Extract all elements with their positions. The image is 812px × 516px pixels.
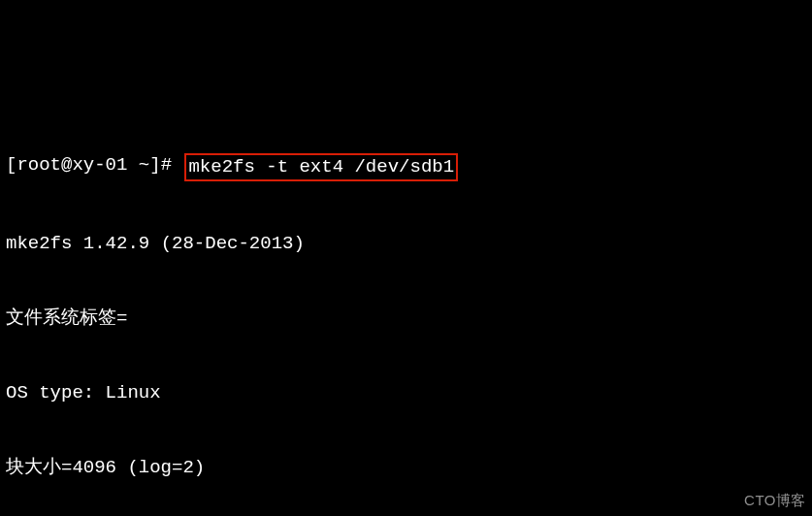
output-line: 文件系统标签=	[6, 306, 806, 332]
watermark-text: CTO博客	[744, 491, 806, 510]
entered-command[interactable]: mke2fs -t ext4 /dev/sdb1	[184, 153, 458, 182]
terminal-output: [root@xy-01 ~]# mke2fs -t ext4 /dev/sdb1…	[6, 104, 806, 516]
output-line: 块大小=4096 (log=2)	[6, 456, 806, 481]
command-prompt-line: [root@xy-01 ~]# mke2fs -t ext4 /dev/sdb1	[6, 153, 806, 182]
shell-prompt: [root@xy-01 ~]#	[6, 153, 182, 178]
output-line: OS type: Linux	[6, 381, 806, 406]
output-line: mke2fs 1.42.9 (28-Dec-2013)	[6, 232, 806, 257]
